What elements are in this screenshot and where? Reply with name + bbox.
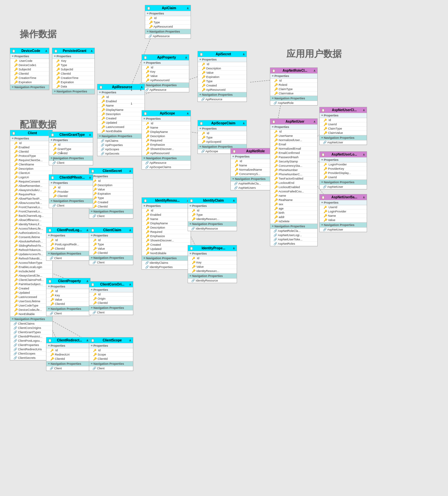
nav-section: = Navigation Properties (97, 134, 145, 139)
entity-ClientIdPRestr[interactable]: 📋 ClientIdPRestr... ∧ = Properties 🔑Id 🔑… (49, 174, 93, 208)
entity-IdentityPrope[interactable]: 📋 IdentityPrope... ∧ = Properties 🔑Id 🔑 … (188, 245, 237, 283)
entity-icon: 📋 (147, 7, 150, 10)
entity-AspNetRoleCl[interactable]: 📋 AspNetRoleCl... ∧ = Properties 🔑Id 🔑 R… (270, 67, 318, 106)
prop-id: 🔑Id (142, 65, 189, 70)
prop-type: 🔑 Type (145, 20, 191, 25)
entity-header-IdentityPrope: 📋 IdentityPrope... ∧ (188, 245, 237, 251)
nav-section: = Navigation Properties (198, 92, 247, 97)
entity-IdentityClaim[interactable]: 📋 IdentityClaim ∧ = Properties 🔑Id 🔑 Typ… (188, 197, 237, 231)
entity-ApiClaim[interactable]: 📋 ApiClaim ∧ = Properties 🔑Id 🔑 Type 🔑 A… (145, 5, 191, 39)
prop-apiresourceid: 🔑 ApiResourceId (142, 78, 189, 83)
entity-AspNetUserBa[interactable]: 📋 AspNetUserBa... ∧ = Properties 🔑UserId… (319, 194, 367, 232)
entity-ClientProperty[interactable]: 📋 ClientProperty ∧ = Properties 🔑Id 🔑 Ke… (46, 278, 91, 316)
prop-value: 🔑 Value (142, 74, 189, 78)
entity-header-AspNetUser: 📋 AspNetUser ∧ (270, 119, 317, 124)
entity-header-ApiClaim: 📋 ApiClaim ∧ (145, 5, 191, 11)
entity-header-Client: 📋 Client ∧ (10, 130, 52, 136)
entity-header-IdentityClaim: 📋 IdentityClaim ∧ (188, 198, 237, 203)
entity-ClientSecret[interactable]: 📋 ClientSecret ∧ = Properties 🔑Id 🔑 Desc… (89, 168, 133, 219)
entity-header-ClientPostLog: 📋 ClientPostLog... ∧ (46, 227, 90, 233)
props-section: = Properties (97, 90, 145, 95)
props-section: = Properties (198, 126, 247, 131)
entity-ApiSecret[interactable]: 📋 ApiSecret ∧ = Properties 🔑Id 🔑 Descrip… (198, 51, 247, 102)
rel-label-2: 1 (140, 88, 142, 91)
entity-header-ApiResource: 📋 ApiResource ∧ (97, 84, 145, 90)
entity-header-AspNetUserCl: 📋 AspNetUserCl... ∧ (320, 107, 367, 113)
entity-ApiResource[interactable]: 📋 ApiResource ∧ = Properties 🔑Id 🔑 Enabl… (97, 84, 145, 156)
entity-ClientCorsOri[interactable]: 📋 ClientCorsOri... ∧ = Properties 🔑Id 🔑 … (89, 281, 133, 315)
entity-header-IdentityResou: 📋 IdentityResou... ∧ (142, 198, 191, 203)
nav-section: = Navigation Properties (142, 156, 191, 161)
entity-ClientScope[interactable]: 📋 ClientScope ∧ = Properties 🔑Id 🔑 Scope… (89, 337, 133, 371)
entity-header-AspNetUserLo: 📋 AspNetUserLo... ∧ (320, 152, 367, 157)
entity-ClientClaim[interactable]: 📋 ClientClaim ∧ = Properties 🔑Id 🔑 Type … (89, 227, 133, 265)
entity-header-AspNetUserBa: 📋 AspNetUserBa... ∧ (320, 194, 367, 200)
diagram-container: 操作数据 配置数据 应用用户数据 (0, 0, 448, 496)
entity-AspNetUserLo[interactable]: 📋 AspNetUserLo... ∧ = Properties 🔑LoginP… (319, 151, 367, 189)
nav-apiresource: 🔗 ApiResource (142, 88, 189, 92)
entity-header-PersistedGrant: 📋 PersistedGrant ∧ (52, 48, 94, 54)
entity-ClientRedirect[interactable]: 📋 ClientRedirect... ∧ = Properties 🔑Id 🔑… (46, 337, 91, 371)
entity-AspNetUserCl[interactable]: 📋 AspNetUserCl... ∧ = Properties 🔑Id 🔑 U… (319, 107, 367, 145)
entity-ApiProperty[interactable]: 📋 ApiProperty ∧ = Properties 🔑Id 🔑 Key 🔑… (142, 54, 189, 92)
entity-PersistedGrant[interactable]: 📋 PersistedGrant ∧ = Properties 🔑Key 🔑 T… (52, 48, 95, 94)
entity-header-AspNetRoleCl: 📋 AspNetRoleCl... ∧ (270, 68, 317, 73)
entity-ApiScope[interactable]: 📋 ApiScope ∧ = Properties 🔑Id 🔑 Name 🔑 D… (142, 110, 191, 170)
entity-ClientGrantType[interactable]: 📋 ClientGrantType ∧ = Properties 🔑Id 🔑 G… (49, 132, 93, 165)
entity-header-ClientProperty: 📋 ClientProperty ∧ (46, 278, 90, 284)
entity-header-ClientSecret: 📋 ClientSecret ∧ (89, 168, 133, 174)
props-section: = Properties (198, 57, 247, 62)
entity-header-ClientScope: 📋 ClientScope ∧ (89, 337, 133, 343)
props-section: = Properties (142, 116, 191, 121)
entity-header-ApiSecret: 📋 ApiSecret ∧ (198, 51, 247, 57)
entity-DeviceCode[interactable]: 📋 DeviceCode ∧ = Properties 🔑UserCode 🔑 … (10, 48, 49, 90)
entity-header-ClientClaim: 📋 ClientClaim ∧ (89, 227, 133, 233)
section-label-users: 应用用户数据 (286, 48, 342, 60)
nav-apiresource: 🔗 ApiResource (145, 34, 191, 38)
entity-header-ClientGrantType: 📋 ClientGrantType ∧ (49, 132, 93, 137)
props-section: = Properties (145, 11, 191, 16)
props-section: = Properties (142, 60, 189, 65)
entity-header-DeviceCode: 📋 DeviceCode ∧ (10, 48, 49, 54)
entity-header-ClientRedirect: 📋 ClientRedirect... ∧ (46, 337, 90, 343)
entity-header-ClientCorsOri: 📋 ClientCorsOri... ∧ (89, 282, 133, 287)
entity-header-ApiProperty: 📋 ApiProperty ∧ (142, 55, 189, 60)
entity-IdentityResou[interactable]: 📋 IdentityResou... ∧ = Properties 🔑Id 🔑 … (142, 197, 191, 270)
section-label-config: 配置数据 (20, 118, 57, 131)
prop-id: 🔑Id (145, 16, 191, 20)
entity-header-ClientIdPRestr: 📋 ClientIdPRestr... ∧ (49, 175, 93, 180)
prop-key: 🔑 Key (142, 70, 189, 74)
entity-header-ApiScopeClaim: 📋 ApiScopeClaim ∧ (198, 120, 247, 126)
rel-label-5: 1 (53, 158, 54, 161)
rel-label-1: 1 (131, 88, 132, 91)
entity-header-ApiScope: 📋 ApiScope ∧ (142, 111, 191, 116)
nav-section: = Navigation Properties (145, 29, 191, 34)
entity-ClientPostLog[interactable]: 📋 ClientPostLog... ∧ = Properties 🔑Id 🔑 … (46, 227, 91, 261)
rel-label-4: 1 (61, 151, 63, 154)
rel-label-3: 1 (131, 102, 132, 105)
nav-section: = Navigation Properties (142, 83, 189, 88)
section-label-ops: 操作数据 (20, 28, 57, 40)
entity-AspNetUser[interactable]: 📋 AspNetUser ∧ = Properties 🔑Id 🔑 UserNa… (270, 118, 318, 246)
prop-apiresourceid: 🔑 ApiResourceId (145, 25, 191, 29)
